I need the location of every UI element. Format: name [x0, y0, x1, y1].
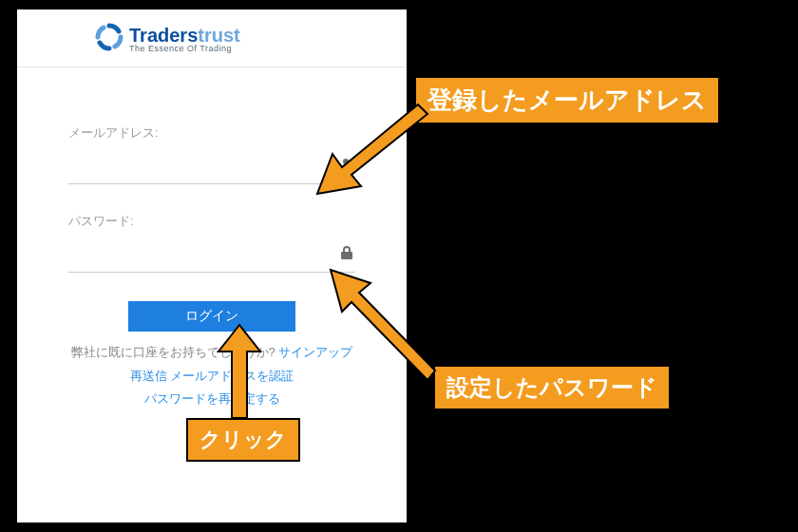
lock-icon [340, 245, 353, 264]
password-field-wrap [68, 239, 355, 273]
arrow-to-login [211, 323, 268, 424]
logo-title: Traderstrust [129, 26, 240, 45]
email-label: メールアドレス: [68, 124, 355, 142]
logo-area: Traderstrust The Essence Of Trading [17, 10, 407, 66]
email-field[interactable] [68, 151, 355, 183]
svg-rect-1 [341, 252, 352, 259]
annotation-click: クリック [186, 418, 300, 462]
logo-tagline: The Essence Of Trading [129, 45, 240, 53]
password-label: パスワード: [68, 213, 355, 230]
arrow-to-email [314, 95, 475, 209]
logo: Traderstrust The Essence Of Trading [95, 23, 407, 55]
resend-prefix[interactable]: 再送信 [130, 369, 171, 383]
arrow-to-password [331, 264, 492, 388]
password-field[interactable] [68, 239, 355, 272]
logo-icon [95, 23, 124, 55]
email-field-wrap [68, 151, 355, 184]
